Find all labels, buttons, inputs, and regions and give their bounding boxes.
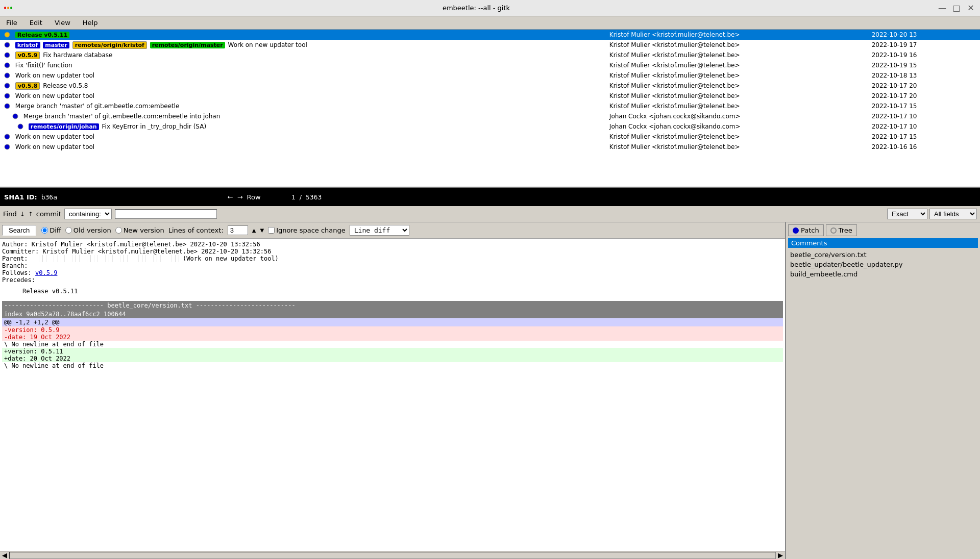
- find-fields-select[interactable]: All fields Headline Comments Author Comm…: [929, 209, 977, 219]
- diff-line-added-1: +version: 0.5.11: [2, 348, 783, 355]
- graph-dot: [2, 81, 12, 90]
- old-version-radio[interactable]: [65, 227, 72, 234]
- table-row[interactable]: v0.5.9 Fix hardware database Kristof Mul…: [0, 50, 980, 60]
- diff-index-line: index 9a0d52a78..78aaf6cc2 100644: [2, 310, 783, 318]
- sha-search-input[interactable]: [340, 193, 976, 201]
- tree-radio[interactable]: [830, 227, 837, 234]
- commit-tag-origin-master: remotes/origin/master: [150, 42, 225, 48]
- diff-line-removed-1: -version: 0.5.9: [2, 326, 783, 334]
- table-row[interactable]: Work on new updater tool Kristof Mulier …: [0, 142, 980, 152]
- minimize-button[interactable]: —: [937, 3, 947, 13]
- ignore-space-text: Ignore space change: [276, 226, 346, 234]
- table-row[interactable]: Merge branch 'master' of git.embeetle.co…: [0, 111, 980, 121]
- commit-date-cell: 2022-10-17 15: [870, 101, 980, 111]
- table-row[interactable]: Work on new updater tool Kristof Mulier …: [0, 91, 980, 101]
- commit-table: Release v0.5.11 Kristof Mulier <kristof.…: [0, 30, 980, 152]
- commit-message-text: Fix 'fixit()' function: [15, 62, 72, 69]
- find-down-arrow[interactable]: ↓: [20, 211, 25, 218]
- search-tab[interactable]: Search: [2, 225, 36, 236]
- maximize-button[interactable]: □: [951, 3, 962, 13]
- menu-view[interactable]: View: [51, 18, 75, 28]
- graph-dot: [10, 112, 20, 121]
- patch-tab[interactable]: Patch: [788, 224, 824, 236]
- new-version-radio[interactable]: [115, 227, 122, 234]
- row-current-input[interactable]: [265, 193, 296, 201]
- row-separator: /: [300, 193, 302, 201]
- file-list-item-2[interactable]: beetle_updater/beetle_updater.py: [788, 260, 978, 269]
- commit-author-cell: Kristof Mulier <kristof.mulier@telenet.b…: [607, 60, 870, 70]
- horizontal-scrollbar[interactable]: [9, 552, 776, 559]
- table-row[interactable]: remotes/origin/johan Fix KeyError in _tr…: [0, 121, 980, 132]
- dot-green: [10, 7, 12, 9]
- old-version-radio-label[interactable]: Old version: [65, 226, 111, 234]
- table-row[interactable]: Fix 'fixit()' function Kristof Mulier <k…: [0, 60, 980, 70]
- bottom-scrollbar: ◀ ▶: [0, 551, 785, 559]
- commit-tag: Release v0.5.11: [15, 32, 70, 38]
- diff-parent-hash: ████████████████████████████████████████: [32, 255, 179, 262]
- table-row[interactable]: Merge branch 'master' of git.embeetle.co…: [0, 101, 980, 111]
- new-version-radio-label[interactable]: New version: [115, 226, 164, 234]
- diff-type-select[interactable]: Line diff Markup diff: [350, 225, 409, 236]
- find-input[interactable]: [115, 209, 217, 219]
- diff-follows-link[interactable]: v0.5.9: [35, 269, 57, 276]
- commit-author-cell: Kristof Mulier <kristof.mulier@telenet.b…: [607, 70, 870, 81]
- commit-date-cell: 2022-10-19 15: [870, 60, 980, 70]
- commit-date-cell: 2022-10-17 10: [870, 111, 980, 121]
- diff-line-context-1: \ No newline at end of file: [2, 341, 783, 348]
- diff-commit-message: Release v0.5.11: [2, 284, 783, 299]
- commit-date-cell: 2022-10-19 17: [870, 40, 980, 50]
- diff-line-context-2: \ No newline at end of file: [2, 362, 783, 369]
- context-input[interactable]: [228, 225, 248, 235]
- table-row[interactable]: v0.5.8 Release v0.5.8 Kristof Mulier <kr…: [0, 81, 980, 91]
- scroll-right-arrow[interactable]: ▶: [776, 551, 785, 559]
- tree-tab-label: Tree: [839, 226, 852, 234]
- menu-file[interactable]: File: [2, 18, 21, 28]
- diff-radio[interactable]: [41, 227, 48, 234]
- commit-author-cell: Kristof Mulier <kristof.mulier@telenet.b…: [607, 101, 870, 111]
- file-list-item-3[interactable]: build_embeetle.cmd: [788, 269, 978, 279]
- commit-tag-v058: v0.5.8: [15, 82, 40, 90]
- commit-message-cell: Work on new updater tool: [0, 91, 607, 101]
- diff-parent-line: Parent: ████████████████████████████████…: [2, 255, 783, 262]
- right-tabs: Patch Tree: [786, 222, 980, 236]
- app-icon: [4, 4, 12, 12]
- commit-author-cell: Kristof Mulier <kristof.mulier@telenet.b…: [607, 132, 870, 142]
- menu-edit[interactable]: Edit: [26, 18, 46, 28]
- find-exact-select[interactable]: Exact IgnCase Regexp: [887, 209, 927, 219]
- close-button[interactable]: ✕: [966, 3, 976, 13]
- new-version-label: New version: [124, 226, 164, 234]
- commit-message-cell: Work on new updater tool: [0, 142, 607, 152]
- sha-left-arrow[interactable]: ←: [228, 193, 233, 201]
- find-up-arrow[interactable]: ↑: [28, 211, 33, 218]
- tabs-row: Search Diff Old version New version Line…: [0, 222, 785, 239]
- tree-tab[interactable]: Tree: [826, 224, 857, 236]
- table-row[interactable]: Work on new updater tool Kristof Mulier …: [0, 70, 980, 81]
- comments-label: Comments: [788, 238, 978, 248]
- table-row[interactable]: Release v0.5.11 Kristof Mulier <kristof.…: [0, 30, 980, 40]
- table-row[interactable]: kristof master remotes/origin/kristof re…: [0, 40, 980, 50]
- context-spin-down[interactable]: ▼: [260, 227, 264, 233]
- commit-message-cell: Work on new updater tool: [0, 70, 607, 81]
- commit-tag-origin-johan: remotes/origin/johan: [29, 123, 99, 130]
- graph-dot: [2, 101, 12, 111]
- file-list-item-1[interactable]: beetle_core/version.txt: [788, 250, 978, 260]
- diff-radio-label[interactable]: Diff: [41, 226, 61, 234]
- context-spin-up[interactable]: ▲: [252, 227, 256, 233]
- table-row[interactable]: Work on new updater tool Kristof Mulier …: [0, 132, 980, 142]
- patch-radio[interactable]: [793, 227, 799, 234]
- find-containing-select[interactable]: containing:: [64, 209, 112, 219]
- menu-help[interactable]: Help: [79, 18, 102, 28]
- diff-precedes-line: Precedes:: [2, 276, 783, 284]
- ignore-space-label[interactable]: Ignore space change: [268, 226, 346, 234]
- ignore-space-checkbox[interactable]: [268, 227, 275, 234]
- commit-message-text: Release v0.5.8: [43, 82, 88, 89]
- scroll-left-arrow[interactable]: ◀: [0, 551, 9, 559]
- svg-point-3: [5, 63, 10, 68]
- svg-point-4: [5, 73, 10, 78]
- commit-date-cell: 2022-10-20 13: [870, 30, 980, 40]
- svg-point-5: [5, 83, 10, 88]
- row-total-input[interactable]: [306, 193, 336, 201]
- sha-right-arrow[interactable]: →: [237, 193, 243, 201]
- svg-point-7: [5, 104, 10, 109]
- right-content: Comments beetle_core/version.txt beetle_…: [786, 236, 980, 559]
